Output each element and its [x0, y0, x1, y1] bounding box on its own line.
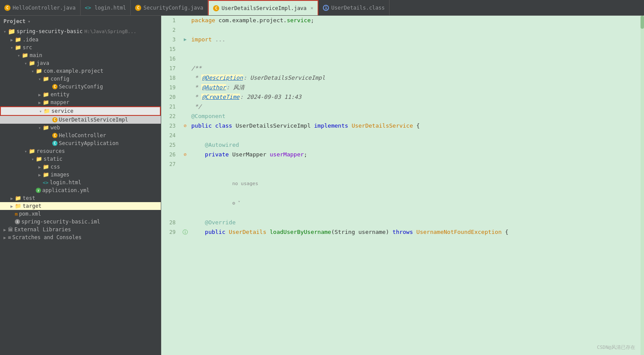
arrow-mapper: ▶ [37, 100, 43, 105]
tree-item-spring-security-basic[interactable]: ▾ 📁 spring-security-basic H:\Java\Spring… [0, 27, 161, 36]
tree-item-SecurityConfig[interactable]: C SecurityConfig [0, 83, 161, 91]
tab-icon-login: <> [85, 5, 91, 11]
line-content-18[interactable]: * @Description: UserDetailsServiceImpl [190, 73, 644, 83]
tree-item-com-example-project[interactable]: ▾ 📁 com.example.project [0, 67, 161, 75]
line-content-25[interactable]: @Autowired [190, 140, 644, 150]
tab-bar: C HelloController.java <> login.html C S… [0, 0, 644, 16]
line-content-17[interactable]: /** [190, 64, 644, 73]
line-content-27[interactable] [190, 159, 644, 169]
tree-item-web[interactable]: ▾ 📁 web [0, 124, 161, 132]
folder-icon-resources: 📁 [29, 148, 35, 154]
line-num-16: 16 [161, 54, 181, 64]
tree-item-css[interactable]: ▶ 📁 css [0, 163, 161, 171]
scrollbar-right[interactable] [641, 16, 644, 355]
project-header: Project ▾ [0, 16, 161, 27]
tab-close-UserDetailsServiceImpl[interactable]: ✕ [311, 5, 314, 11]
code-table: 1 package com.example.project.service; 2… [161, 16, 644, 237]
line-icon-17 [181, 64, 190, 73]
tree-label-images: images [51, 172, 69, 178]
line-content-22[interactable]: @Component [190, 112, 644, 121]
arrow-images: ▶ [37, 172, 43, 177]
line-content-26[interactable]: private UserMapper userMapper; [190, 150, 644, 159]
tree-item-SecurityApplication[interactable]: C SecurityApplication [0, 139, 161, 147]
line-icon-29[interactable]: ⓘ [181, 227, 190, 237]
line-content-23[interactable]: public class UserDetailsServiceImpl impl… [190, 121, 644, 131]
code-line-20: 20 * @CreateTime: 2024-09-03 11:43 [161, 92, 644, 102]
tree-label-target: target [23, 203, 41, 209]
arrow-web: ▾ [37, 125, 43, 130]
scrollbar-thumb[interactable] [641, 16, 644, 29]
code-line-22: 22 @Component [161, 112, 644, 121]
tree-item-login-html[interactable]: <> login.html [0, 179, 161, 186]
folder-icon-mapper: 📁 [43, 99, 49, 105]
tree-item-images[interactable]: ▶ 📁 images [0, 171, 161, 179]
tree-item-spring-security-basic-iml[interactable]: i spring-security-basic.iml [0, 218, 161, 226]
tab-HelloController[interactable]: C HelloController.java [0, 0, 81, 15]
tree-item-src[interactable]: ▾ 📁 src [0, 44, 161, 51]
line-num-18: 18 [161, 73, 181, 83]
tree-item-config[interactable]: ▾ 📁 config [0, 75, 161, 83]
line-icon-23[interactable]: ⊘ [181, 121, 190, 131]
line-icon-1 [181, 16, 190, 25]
line-content-1[interactable]: package com.example.project.service; [190, 16, 644, 25]
tree-item-pom-xml[interactable]: m pom.xml [0, 210, 161, 218]
code-editor[interactable]: 1 package com.example.project.service; 2… [161, 16, 644, 355]
project-dropdown-icon[interactable]: ▾ [28, 19, 31, 24]
line-num-19: 19 [161, 83, 181, 92]
line-content-16[interactable] [190, 54, 644, 64]
file-icon-iml: i [15, 219, 20, 224]
tree-item-target[interactable]: ▶ 📁 target [0, 202, 161, 210]
file-icon-HelloController: C [52, 133, 58, 138]
line-icon-3[interactable]: ▶ [181, 35, 190, 44]
line-content-28[interactable]: @Override [190, 218, 644, 227]
tree-item-resources[interactable]: ▾ 📁 resources [0, 147, 161, 155]
tab-icon-HelloController: C [4, 5, 10, 11]
tab-UserDetails[interactable]: i UserDetails.class [319, 0, 390, 15]
arrow-css: ▶ [37, 165, 43, 169]
tree-item-java[interactable]: ▾ 📁 java [0, 59, 161, 67]
tree-label-scratches-consoles: Scratches and Consoles [12, 234, 81, 240]
line-content-24[interactable] [190, 131, 644, 140]
arrow-test: ▶ [9, 196, 15, 201]
tab-SecurityConfig[interactable]: C SecurityConfig.java [131, 0, 208, 15]
tab-label-UserDetails: UserDetails.class [331, 5, 385, 11]
line-content-15[interactable] [190, 44, 644, 54]
line-icon-15 [181, 44, 190, 54]
tree-item-test[interactable]: ▶ 📁 test [0, 194, 161, 202]
code-line-25: 25 @Autowired [161, 140, 644, 150]
line-content-21[interactable]: */ [190, 102, 644, 112]
tree-label-idea: .idea [23, 37, 38, 43]
line-icon-25 [181, 140, 190, 150]
tree-item-static[interactable]: ▾ 📁 static [0, 155, 161, 163]
line-icon-26[interactable]: ⊘ [181, 150, 190, 159]
tree-item-application-yml[interactable]: y application.yml [0, 186, 161, 194]
tab-UserDetailsServiceImpl[interactable]: C UserDetailsServiceImpl.java ✕ [208, 0, 319, 15]
tree-item-idea[interactable]: ▶ 📁 .idea [0, 36, 161, 44]
folder-icon-root: 📁 [8, 28, 15, 35]
tab-login[interactable]: <> login.html [81, 0, 131, 15]
tree-item-external-libraries[interactable]: ▶ 🏛 External Libraries [0, 226, 161, 233]
tree-item-HelloController[interactable]: C HelloController [0, 132, 161, 139]
tree-label-spring-security-basic: spring-security-basic [17, 28, 83, 34]
tree-item-UserDetailsServiceImpl[interactable]: C UserDetailsServiceImpl [0, 116, 161, 124]
tab-icon-UserDetailsServiceImpl: C [213, 5, 219, 11]
arrow-static: ▾ [30, 157, 36, 162]
tree-item-scratches-consoles[interactable]: ▶ ≡ Scratches and Consoles [0, 233, 161, 241]
tree-item-mapper[interactable]: ▶ 📁 mapper [0, 98, 161, 106]
line-content-2[interactable] [190, 25, 644, 35]
file-icon-application-yml: y [36, 188, 41, 193]
line-icon-no-usages [181, 169, 190, 218]
tree-item-service[interactable]: ▾ 📁 service [0, 106, 161, 116]
line-content-3[interactable]: import ... [190, 35, 644, 44]
project-label: Project [3, 18, 26, 24]
line-content-29[interactable]: public UserDetails loadUserByUsername(St… [190, 227, 644, 237]
folder-icon-images: 📁 [43, 172, 49, 178]
icon-scratches-consoles: ≡ [8, 234, 11, 240]
tab-label-login: login.html [95, 5, 126, 11]
tree-item-entity[interactable]: ▶ 📁 entity [0, 91, 161, 98]
tree-label-entity: entity [51, 91, 69, 98]
tree-item-main[interactable]: ▾ 📁 main [0, 51, 161, 59]
line-content-19[interactable]: * @Author: 风清 [190, 83, 644, 92]
line-content-20[interactable]: * @CreateTime: 2024-09-03 11:43 [190, 92, 644, 102]
folder-icon-service: 📁 [44, 108, 50, 114]
